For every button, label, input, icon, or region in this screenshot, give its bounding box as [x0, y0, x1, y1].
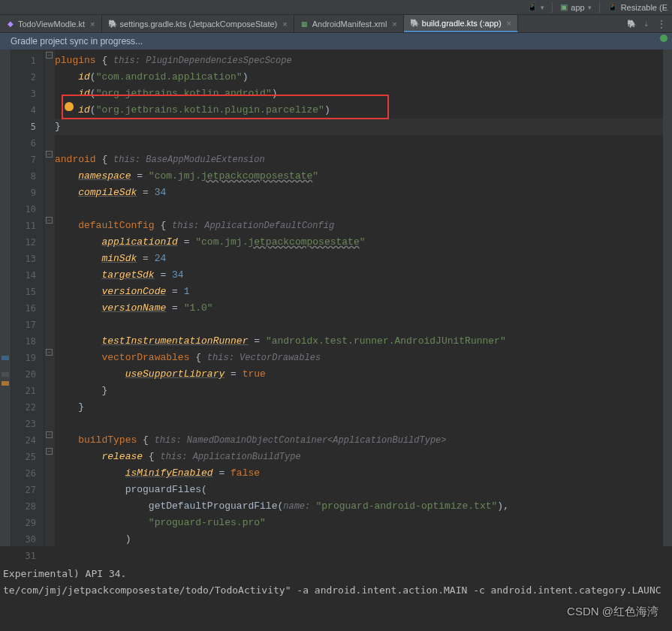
- gradle-file-icon: 🐘: [108, 20, 117, 29]
- intention-bulb-icon[interactable]: [65, 102, 74, 111]
- tab-partial-icon[interactable]: 🐘: [627, 20, 636, 28]
- fold-icon[interactable]: −: [46, 217, 53, 224]
- editor-tabs: ◆ TodoViewModle.kt × 🐘 settings.gradle.k…: [0, 15, 672, 33]
- left-marker[interactable]: [2, 372, 9, 377]
- device-indicator[interactable]: 📱▾: [527, 2, 544, 12]
- scrollbar[interactable]: [663, 50, 672, 546]
- close-icon[interactable]: ×: [392, 20, 396, 29]
- fold-icon[interactable]: −: [46, 52, 53, 59]
- left-marker[interactable]: [2, 356, 9, 360]
- tab-label: build.gradle.kts (:app): [422, 19, 502, 28]
- watermark: CSDN @红色海湾: [567, 605, 658, 619]
- editor: 1234567891011121314151617181920212223242…: [0, 50, 672, 546]
- tabs-overflow: 🐘 ⇣ ⋮: [621, 15, 672, 32]
- console-line: te/com/jmj/jetpackcomposestate/todo/Todo…: [3, 584, 661, 596]
- top-toolbar: 📱▾ ▣app▾ 📱Resizable (E: [0, 0, 672, 15]
- tab-label: TodoViewModle.kt: [18, 20, 85, 29]
- close-icon[interactable]: ×: [507, 19, 511, 28]
- status-indicator-icon: [660, 35, 667, 42]
- tab-todoviewmodel[interactable]: ◆ TodoViewModle.kt ×: [0, 15, 102, 32]
- tab-dropdown-icon[interactable]: ⇣: [643, 20, 649, 28]
- fold-column: − − − − − −: [44, 50, 55, 546]
- gradle-file-icon: 🐘: [410, 19, 419, 28]
- run-config[interactable]: ▣app▾: [560, 2, 591, 12]
- left-marker[interactable]: [2, 381, 9, 386]
- console-line: Experimental) API 34.: [3, 568, 126, 579]
- xml-file-icon: ▦: [300, 20, 309, 29]
- fold-icon[interactable]: −: [46, 151, 53, 158]
- line-numbers: 1234567891011121314151617181920212223242…: [11, 50, 44, 546]
- tab-settings-gradle[interactable]: 🐘 settings.gradle.kts (JetpackComposeSta…: [102, 15, 294, 32]
- fold-icon[interactable]: −: [46, 431, 53, 438]
- tab-manifest[interactable]: ▦ AndroidManifest.xml ×: [294, 15, 404, 32]
- fold-icon[interactable]: −: [46, 448, 53, 455]
- fold-icon[interactable]: −: [46, 349, 53, 356]
- tab-label: settings.gradle.kts (JetpackComposeState…: [120, 20, 278, 29]
- tab-build-gradle[interactable]: 🐘 build.gradle.kts (:app) ×: [404, 15, 518, 32]
- tab-label: AndroidManifest.xml: [312, 20, 387, 29]
- close-icon[interactable]: ×: [282, 20, 287, 29]
- more-icon[interactable]: ⋮: [657, 19, 666, 29]
- kotlin-file-icon: ◆: [6, 20, 15, 29]
- sync-message: Gradle project sync in progress...: [11, 36, 143, 47]
- code-area[interactable]: plugins { this: PluginDependenciesSpecSc…: [55, 50, 663, 546]
- close-icon[interactable]: ×: [90, 20, 95, 29]
- left-tool-strip: [0, 50, 11, 546]
- resizable-toggle[interactable]: 📱Resizable (E: [607, 2, 667, 12]
- gradle-sync-banner: Gradle project sync in progress...: [0, 33, 672, 50]
